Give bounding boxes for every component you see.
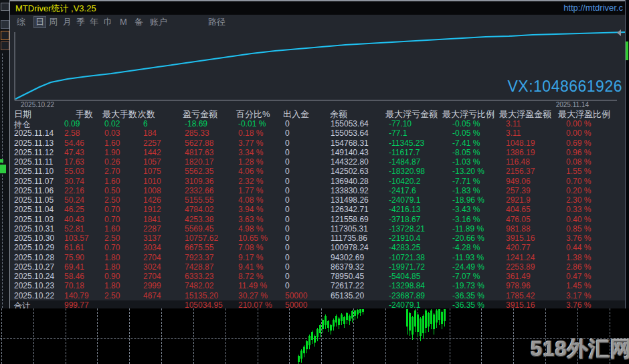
table-cell: -7.07 % <box>452 272 480 281</box>
table-cell: 2257 <box>143 139 161 148</box>
table-cell: 52.81 <box>64 224 84 234</box>
table-cell: 1426 <box>143 195 161 205</box>
candle-body <box>327 321 329 328</box>
table-cell: 94302.69 <box>331 253 364 262</box>
table-cell: 0 <box>285 205 290 214</box>
table-cell: 142502.63 <box>331 167 369 176</box>
menu-item-7[interactable]: 巾 <box>102 17 114 27</box>
table-cell: 2287 <box>143 224 161 234</box>
table-row: 2025.11.0446.250.7019124784.023.94 %0126… <box>10 205 626 214</box>
gridline-vertical <box>129 308 130 364</box>
table-cell: 4.98 % <box>238 224 263 234</box>
table-cell: 70.18 <box>64 281 84 290</box>
candle-body <box>430 310 432 324</box>
table-cell: -23687.89 <box>389 291 425 300</box>
table-cell: 361.49 <box>506 272 531 281</box>
table-cell: 2025.10.31 <box>14 224 54 234</box>
table-cell: 981.88 <box>506 224 531 234</box>
panel-title: MTDriver统计 ,V3.25 <box>15 3 96 15</box>
menu-item-6[interactable]: 年 <box>88 17 100 27</box>
table-cell: 2025.11.05 <box>14 195 54 205</box>
table-row: 2025.11.0340.430.7018414253.383.63 %0121… <box>10 215 626 224</box>
table-cell: 5569.45 <box>185 224 213 234</box>
table-cell: 2332.66 <box>185 186 213 195</box>
menu-item-8[interactable]: M <box>118 17 128 27</box>
table-cell: 0.09 <box>64 119 80 128</box>
table-cell: 154768.31 <box>331 139 369 148</box>
candle-body <box>298 356 300 362</box>
table-cell: 2025.11.04 <box>14 205 54 214</box>
table-cell: 0 <box>285 128 290 138</box>
table-cell: 0 <box>285 281 290 290</box>
table-cell: 1912 <box>143 205 161 214</box>
candle-body <box>351 311 353 318</box>
candle-body <box>406 309 408 327</box>
table-row: 2025.10.2875.901.8027047923.379.17 %0943… <box>10 253 626 262</box>
table-cell: -18320.98 <box>389 167 425 176</box>
table-cell: -19971.72 <box>389 262 425 272</box>
menu-item-5[interactable]: 季 <box>75 17 86 27</box>
table-cell: 1820.17 <box>185 157 213 167</box>
table-cell: 69.41 <box>64 262 84 272</box>
gridline-vertical <box>258 308 258 364</box>
candle-body <box>300 351 302 359</box>
table-cell: -2417.6 <box>389 186 416 195</box>
table-cell: -1.83 % <box>452 186 480 195</box>
table-cell: 0 <box>285 177 290 186</box>
candle-body <box>335 316 337 323</box>
table-cell: 4.08 % <box>238 195 263 205</box>
menu-item-9[interactable]: 备 <box>133 17 145 27</box>
table-cell: -3.43 % <box>452 205 480 214</box>
menu-item-3[interactable]: 周 <box>48 17 59 27</box>
table-cell: 3.11 <box>506 119 521 128</box>
table-cell: -36.35 % <box>452 291 484 300</box>
table-cell: 2025.11.06 <box>14 186 54 195</box>
table-cell: 2.50 <box>104 234 120 243</box>
menu-item-11[interactable]: 路径 <box>207 17 227 27</box>
table-cell: 1386.19 <box>506 148 535 157</box>
table-cell: -19.73 % <box>452 281 484 290</box>
table-cell: 2025.10.27 <box>14 262 54 272</box>
candle-body <box>330 325 332 331</box>
table-cell: 2.58 <box>64 128 80 138</box>
menu-item-4[interactable]: 月 <box>62 17 73 27</box>
price-scale-marker <box>626 41 628 60</box>
table-row: 2025.10.2370.181.8029997482.0211.49 %072… <box>10 281 626 290</box>
price-chart: 518外汇网 <box>0 308 629 364</box>
table-cell: 0.02 <box>104 119 120 128</box>
table-cell: 0 <box>285 272 290 281</box>
table-cell: 40.43 <box>64 215 84 224</box>
table-cell: 133830.92 <box>331 186 369 195</box>
panel-titlebar: MTDriver统计 ,V3.25 http://mtdriver.c <box>10 1 626 15</box>
table-cell: 7428.87 <box>185 262 213 272</box>
gridline-vertical <box>1 308 2 364</box>
menu-item-10[interactable]: 账户 <box>149 17 169 27</box>
table-cell: 2025.11.14 <box>14 128 54 138</box>
table-cell: 1.80 <box>104 262 120 272</box>
menu-item-1[interactable]: 综 <box>15 17 27 27</box>
menu-item-2[interactable]: 日 <box>34 17 46 27</box>
gridline-vertical <box>481 308 482 364</box>
scroll-arrow-icon[interactable] <box>617 29 621 36</box>
toolbar-icon-fragment[interactable] <box>1 41 9 50</box>
candle-body <box>414 310 416 327</box>
table-row: 2025.10.2961.610.7030346675.557.08 %0100… <box>10 243 626 252</box>
table-cell: -20.66 % <box>452 234 484 243</box>
table-cell: -13298.84 <box>389 281 425 290</box>
table-cell: 22.16 <box>64 186 84 195</box>
table-row: 2025.11.1055.032.7010755562.354.06 %0142… <box>10 167 626 176</box>
table-cell: 11.49 % <box>238 281 267 290</box>
table-cell: 3.77 % <box>238 139 263 148</box>
candle-body <box>308 336 310 345</box>
table-cell: -3718.67 <box>389 215 420 224</box>
toolbar-icon-fragment[interactable] <box>1 31 9 40</box>
table-cell: 2.32 % <box>238 177 263 186</box>
table-cell: 7923.37 <box>185 253 213 262</box>
table-cell: 7.08 % <box>238 243 263 252</box>
vendor-url-link[interactable]: http://mtdriver.c <box>563 3 623 13</box>
table-row: 2025.11.0730.741.6010103109.362.32 %0136… <box>10 177 626 186</box>
table-cell: 121558.69 <box>331 215 369 224</box>
table-cell: 0 <box>285 167 290 176</box>
candle-body <box>444 309 446 321</box>
toolbar-icon-fragment[interactable] <box>1 20 9 29</box>
